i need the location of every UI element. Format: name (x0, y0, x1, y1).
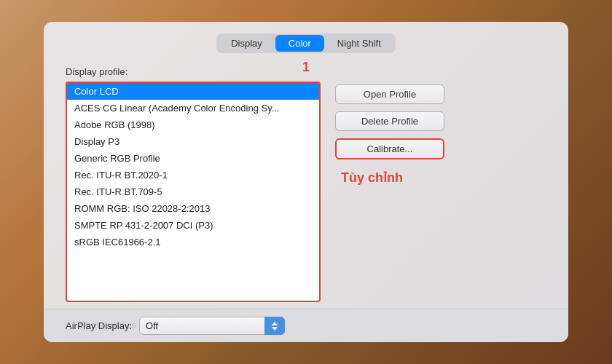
airplay-select-wrapper: Off On (139, 317, 285, 335)
main-row: Color LCDACES CG Linear (Academy Color E… (66, 82, 546, 302)
open-profile-button[interactable]: Open Profile (335, 84, 444, 104)
list-item[interactable]: SMPTE RP 431-2-2007 DCI (P3) (67, 217, 319, 234)
tab-color[interactable]: Color (275, 35, 324, 52)
tab-nightshift[interactable]: Night Shift (324, 35, 394, 52)
list-item[interactable]: ROMM RGB: ISO 22028-2:2013 (67, 200, 319, 217)
profile-list-container: Color LCDACES CG Linear (Academy Color E… (66, 82, 321, 302)
airplay-select[interactable]: Off On (139, 317, 285, 335)
calibrate-button[interactable]: Calibrate... (335, 138, 444, 159)
list-item[interactable]: Display P3 (67, 133, 319, 150)
tuy-chinh-label: Tùy chỉnh (341, 170, 403, 186)
tab-bar: Display Color Night Shift (216, 33, 396, 53)
annotation-1: 1 (302, 60, 310, 75)
delete-profile-button[interactable]: Delete Profile (335, 111, 444, 131)
list-item[interactable]: Color LCD (67, 83, 319, 100)
list-item[interactable]: Rec. ITU-R BT.2020-1 (67, 167, 319, 183)
list-item[interactable]: Adobe RGB (1998) (67, 116, 319, 133)
list-item[interactable]: Rec. ITU-R BT.709-5 (67, 183, 319, 200)
settings-panel: Display Color Night Shift 1 Display prof… (44, 22, 568, 342)
right-col: Open Profile Delete Profile Calibrate...… (335, 82, 444, 302)
tab-display[interactable]: Display (218, 35, 275, 52)
airplay-label: AirPlay Display: (66, 320, 132, 331)
bottom-bar: AirPlay Display: Off On (44, 309, 568, 342)
content-area: Display profile: Color LCDACES CG Linear… (66, 66, 546, 331)
list-item[interactable]: Generic RGB Profile (67, 150, 319, 167)
list-item[interactable]: sRGB IEC61966-2.1 (67, 234, 319, 250)
profile-list: Color LCDACES CG Linear (Academy Color E… (67, 83, 319, 301)
list-item[interactable]: ACES CG Linear (Academy Color Encoding S… (67, 100, 319, 116)
